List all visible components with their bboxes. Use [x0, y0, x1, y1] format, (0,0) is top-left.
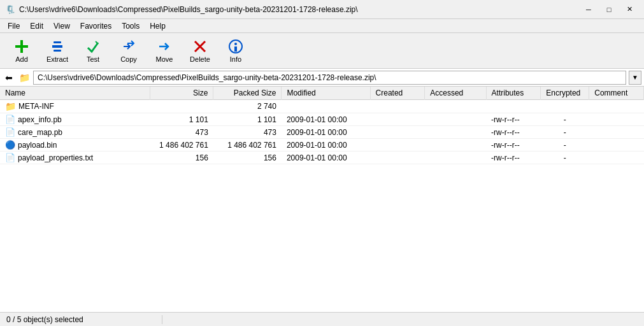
cell-created — [370, 152, 425, 164]
table-header: Name Size Packed Size Modified Created A… — [0, 87, 644, 100]
file-icon: 📄 — [5, 115, 15, 124]
info-button[interactable]: Info — [219, 36, 252, 66]
cell-created — [370, 126, 425, 139]
title-bar-left: 🗜️ C:\Users\vdrive6\Downloads\Compressed… — [5, 4, 358, 15]
cell-comment — [589, 126, 644, 139]
back-icon[interactable]: ⬅ — [3, 71, 15, 84]
file-name: apex_info.pb — [18, 115, 62, 124]
cell-accessed — [425, 152, 486, 164]
cell-size: 473 — [150, 126, 213, 139]
cell-accessed — [425, 100, 486, 113]
col-header-name[interactable]: Name — [0, 87, 150, 100]
delete-button[interactable]: Delete — [183, 36, 217, 66]
move-label: Move — [156, 55, 173, 63]
cell-size: 1 486 402 761 — [150, 139, 213, 152]
copy-button[interactable]: Copy — [112, 36, 145, 66]
cell-modified: 2009-01-01 00:00 — [282, 113, 370, 126]
extract-icon — [50, 39, 65, 54]
add-icon — [14, 39, 29, 54]
cell-attributes: -rw-r--r-- — [486, 152, 541, 164]
info-icon — [228, 39, 243, 54]
table-row[interactable]: 📄 care_map.pb 473 473 2009-01-01 00:00 -… — [0, 126, 644, 139]
address-bar: ⬅ 📁 ▼ — [0, 69, 644, 87]
col-header-size[interactable]: Size — [150, 87, 213, 100]
status-bar: 0 / 5 object(s) selected — [0, 312, 644, 326]
file-name: payload.bin — [18, 141, 57, 150]
address-dropdown[interactable]: ▼ — [629, 71, 641, 85]
cell-encrypted: - — [541, 113, 589, 126]
cell-accessed — [425, 139, 486, 152]
folder-icon: 📁 — [5, 101, 16, 111]
cell-comment — [589, 100, 644, 113]
cell-created — [370, 139, 425, 152]
maximize-button[interactable]: □ — [599, 3, 619, 16]
cell-size: 1 101 — [150, 113, 213, 126]
col-header-encrypted[interactable]: Encrypted — [541, 87, 589, 100]
close-button[interactable]: ✕ — [620, 3, 639, 16]
address-input[interactable] — [33, 71, 626, 85]
move-button[interactable]: Move — [148, 36, 181, 66]
cell-created — [370, 113, 425, 126]
cell-encrypted — [541, 100, 589, 113]
test-icon — [85, 39, 101, 54]
table-row[interactable]: 📁 META-INF 2 740 — [0, 100, 644, 113]
menu-tools[interactable]: Tools — [117, 20, 145, 32]
test-button[interactable]: Test — [76, 36, 110, 66]
cell-modified: 2009-01-01 00:00 — [282, 139, 370, 152]
bin-icon: 🔵 — [5, 140, 15, 150]
table-row[interactable]: 🔵 payload.bin 1 486 402 761 1 486 402 76… — [0, 139, 644, 152]
col-header-packed[interactable]: Packed Size — [213, 87, 282, 100]
status-selection: 0 / 5 object(s) selected — [3, 315, 162, 324]
cell-encrypted: - — [541, 126, 589, 139]
svg-rect-3 — [54, 41, 61, 43]
delete-icon — [192, 39, 208, 54]
cell-size — [150, 100, 213, 113]
extract-label: Extract — [47, 55, 68, 63]
cell-comment — [589, 152, 644, 164]
menu-bar: File Edit View Favorites Tools Help — [0, 19, 644, 33]
cell-modified: 2009-01-01 00:00 — [282, 152, 370, 164]
cell-name: 🔵 payload.bin — [0, 139, 150, 152]
col-header-created[interactable]: Created — [370, 87, 425, 100]
svg-rect-1 — [15, 45, 28, 48]
file-table: Name Size Packed Size Modified Created A… — [0, 87, 644, 164]
delete-label: Delete — [190, 55, 210, 63]
menu-view[interactable]: View — [48, 20, 75, 32]
cell-packed: 473 — [213, 126, 282, 139]
col-header-attributes[interactable]: Attributes — [486, 87, 541, 100]
menu-edit[interactable]: Edit — [25, 20, 48, 32]
cell-encrypted: - — [541, 139, 589, 152]
col-header-comment[interactable]: Comment — [589, 87, 644, 100]
cell-created — [370, 100, 425, 113]
svg-rect-8 — [234, 46, 237, 52]
col-header-accessed[interactable]: Accessed — [425, 87, 486, 100]
menu-help[interactable]: Help — [145, 20, 171, 32]
minimize-button[interactable]: ─ — [579, 3, 598, 16]
title-bar: 🗜️ C:\Users\vdrive6\Downloads\Compressed… — [0, 0, 644, 19]
col-header-modified[interactable]: Modified — [282, 87, 370, 100]
table-row[interactable]: 📄 apex_info.pb 1 101 1 101 2009-01-01 00… — [0, 113, 644, 126]
cell-packed: 156 — [213, 152, 282, 164]
cell-size: 156 — [150, 152, 213, 164]
file-icon: 📄 — [5, 127, 15, 137]
cell-name: 📄 care_map.pb — [0, 126, 150, 139]
file-list-container: Name Size Packed Size Modified Created A… — [0, 87, 644, 312]
test-label: Test — [87, 55, 99, 63]
file-icon: 📄 — [5, 153, 15, 162]
window-title: C:\Users\vdrive6\Downloads\Compressed\Pi… — [19, 5, 358, 14]
add-button[interactable]: Add — [5, 36, 38, 66]
table-row[interactable]: 📄 payload_properties.txt 156 156 2009-01… — [0, 152, 644, 164]
svg-rect-4 — [54, 50, 61, 52]
cell-comment — [589, 139, 644, 152]
cell-attributes: -rw-r--r-- — [486, 113, 541, 126]
cell-accessed — [425, 126, 486, 139]
cell-modified: 2009-01-01 00:00 — [282, 126, 370, 139]
extract-button[interactable]: Extract — [41, 36, 74, 66]
cell-comment — [589, 113, 644, 126]
file-name: META-INF — [18, 102, 54, 111]
menu-file[interactable]: File — [3, 20, 25, 32]
file-name: care_map.pb — [18, 128, 62, 137]
menu-favorites[interactable]: Favorites — [75, 20, 117, 32]
file-name: payload_properties.txt — [18, 153, 93, 162]
cell-encrypted: - — [541, 152, 589, 164]
